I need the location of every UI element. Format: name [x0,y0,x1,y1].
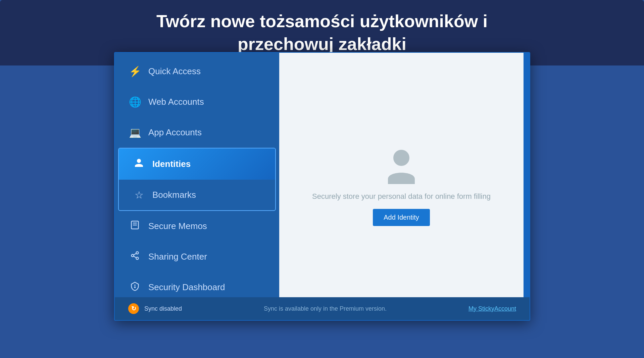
empty-state-description: Securely store your personal data for on… [312,192,491,201]
content-area: Securely store your personal data for on… [279,53,524,320]
svg-point-10 [393,150,409,166]
shield-icon [128,281,142,293]
sidebar-label-app-accounts: App Accounts [148,127,202,138]
sidebar-label-security-dashboard: Security Dashboard [148,282,225,293]
sidebar-item-identities[interactable]: Identities [119,148,275,180]
sidebar-label-web-accounts: Web Accounts [148,97,204,107]
svg-line-7 [134,254,136,255]
identities-group: Identities ☆ Bookmarks [118,148,276,211]
my-account-link[interactable]: My StickyAccount [468,305,516,312]
sidebar-item-secure-memos[interactable]: Secure Memos [115,211,279,241]
laptop-icon: 💻 [128,127,142,138]
svg-point-5 [136,257,139,260]
sidebar: ⚡ Quick Access 🌐 Web Accounts 💻 App Acco… [115,53,279,320]
add-identity-button[interactable]: Add Identity [373,209,430,226]
sync-icon: ↻ [128,303,139,314]
share-icon [128,251,142,263]
person-icon [132,158,146,170]
globe-icon: 🌐 [128,96,142,108]
svg-point-3 [136,252,139,254]
sidebar-label-sharing-center: Sharing Center [148,252,207,262]
right-accent-bar [524,53,530,320]
window-content: ⚡ Quick Access 🌐 Web Accounts 💻 App Acco… [115,53,530,320]
sidebar-item-sharing-center[interactable]: Sharing Center [115,241,279,272]
sidebar-item-bookmarks[interactable]: ☆ Bookmarks [119,180,275,210]
sidebar-item-app-accounts[interactable]: 💻 App Accounts [115,117,279,148]
empty-state: Securely store your personal data for on… [312,147,491,226]
sync-status-text: Sync disabled [144,305,182,312]
banner-title: Twórz nowe tożsamości użytkowników i prz… [7,10,637,55]
sidebar-item-web-accounts[interactable]: 🌐 Web Accounts [115,87,279,117]
identity-empty-icon [385,147,418,184]
sidebar-label-bookmarks: Bookmarks [152,190,196,200]
memo-icon [128,220,142,232]
bottom-bar: ↻ Sync disabled Sync is available only i… [115,297,530,320]
star-icon: ☆ [132,189,146,201]
sidebar-label-quick-access: Quick Access [148,66,201,77]
svg-point-4 [132,255,134,257]
svg-line-6 [134,256,136,258]
lightning-icon: ⚡ [128,65,142,77]
sidebar-label-secure-memos: Secure Memos [148,221,207,231]
sync-premium-notice: Sync is available only in the Premium ve… [187,305,463,312]
svg-point-9 [135,287,135,287]
sidebar-item-quick-access[interactable]: ⚡ Quick Access [115,56,279,87]
sidebar-label-identities: Identities [152,159,191,169]
app-window: ⚡ Quick Access 🌐 Web Accounts 💻 App Acco… [114,52,530,321]
